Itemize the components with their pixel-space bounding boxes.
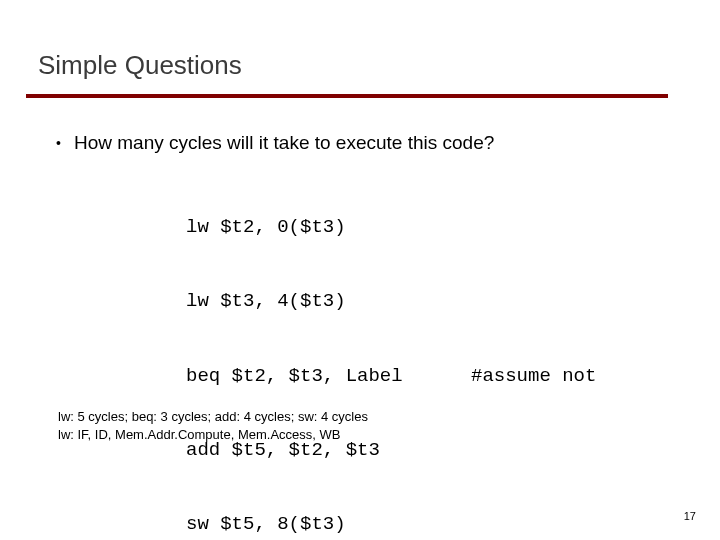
bullet-1-text: How many cycles will it take to execute … xyxy=(74,130,676,156)
code-line-2: lw $t3, 4($t3) xyxy=(76,289,676,314)
slide-content: • How many cycles will it take to execut… xyxy=(56,130,676,540)
slide-title: Simple Questions xyxy=(38,50,242,81)
footnote-1: lw: 5 cycles; beq: 3 cycles; add: 4 cycl… xyxy=(58,408,368,426)
code-line-3: beq $t2, $t3, Label#assume not xyxy=(76,364,676,389)
footnote-2: lw: IF, ID, Mem.Addr.Compute, Mem.Access… xyxy=(58,426,368,444)
slide: Simple Questions • How many cycles will … xyxy=(0,0,720,540)
footnotes: lw: 5 cycles; beq: 3 cycles; add: 4 cycl… xyxy=(58,408,368,443)
bullet-1: • How many cycles will it take to execut… xyxy=(56,130,676,156)
page-number: 17 xyxy=(684,510,696,522)
bullet-dot-icon: • xyxy=(56,130,74,156)
code-line-1: lw $t2, 0($t3) xyxy=(76,215,676,240)
code-line-5: sw $t5, 8($t3) xyxy=(76,512,676,537)
title-underline xyxy=(26,94,668,98)
code-block: lw $t2, 0($t3) lw $t3, 4($t3) beq $t2, $… xyxy=(76,166,676,540)
